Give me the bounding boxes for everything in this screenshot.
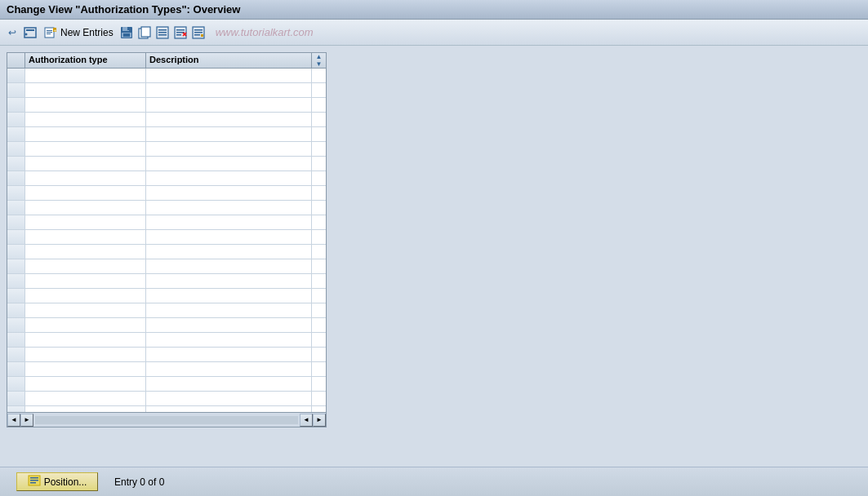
row-scroll-space (311, 186, 326, 200)
hscroll-far-right-icon[interactable]: ► (313, 414, 326, 427)
row-select-cell[interactable] (7, 318, 25, 332)
table-row[interactable] (7, 171, 326, 186)
row-select-cell[interactable] (7, 274, 25, 288)
position-button[interactable]: Position... (16, 472, 98, 491)
description-cell (146, 318, 311, 332)
table-row[interactable] (7, 333, 326, 348)
move-icon[interactable] (155, 26, 170, 39)
new-entries-label: New Entries (60, 27, 114, 38)
svg-rect-11 (127, 27, 129, 30)
table-row[interactable] (7, 215, 326, 230)
row-select-cell[interactable] (7, 289, 25, 303)
header-scroll-btns: ▲ ▼ (311, 53, 326, 68)
undo-icon[interactable]: ↩ (5, 26, 20, 39)
svg-rect-19 (158, 34, 167, 36)
table-row[interactable] (7, 142, 326, 157)
row-select-cell[interactable] (7, 157, 25, 170)
auth-type-cell (25, 362, 146, 376)
table-row[interactable] (7, 377, 326, 392)
delete-icon[interactable] (173, 26, 188, 39)
hscroll-right-icon[interactable]: ► (20, 414, 33, 427)
row-select-cell[interactable] (7, 406, 25, 412)
auth-type-cell (25, 274, 146, 288)
table-row[interactable] (7, 348, 326, 362)
config-icon[interactable] (23, 26, 38, 39)
table-row[interactable] (7, 157, 326, 171)
svg-text:+: + (54, 28, 56, 33)
row-select-cell[interactable] (7, 392, 25, 405)
row-select-cell[interactable] (7, 362, 25, 376)
row-select-cell[interactable] (7, 171, 25, 185)
table-row[interactable] (7, 362, 326, 377)
table-row[interactable] (7, 406, 326, 412)
row-scroll-space (311, 157, 326, 170)
row-scroll-space (311, 83, 326, 97)
row-select-cell[interactable] (7, 201, 25, 215)
row-select-cell[interactable] (7, 142, 25, 156)
table-body (7, 69, 326, 412)
row-select-cell[interactable] (7, 215, 25, 229)
row-select-cell[interactable] (7, 113, 25, 126)
auth-type-cell (25, 303, 146, 317)
svg-rect-34 (30, 482, 36, 484)
table-row[interactable] (7, 274, 326, 289)
svg-point-2 (25, 33, 28, 35)
scroll-up-icon[interactable]: ▲ (316, 53, 323, 60)
row-select-cell[interactable] (7, 230, 25, 244)
row-select-cell[interactable] (7, 333, 25, 347)
row-select-cell[interactable] (7, 348, 25, 361)
hscroll-left-icon[interactable]: ◄ (7, 414, 20, 427)
svg-rect-15 (141, 27, 150, 37)
description-header: Description (146, 53, 311, 68)
row-select-cell[interactable] (7, 377, 25, 391)
auth-type-cell (25, 392, 146, 405)
row-scroll-space (311, 230, 326, 244)
description-cell (146, 113, 311, 126)
detail-icon[interactable] (191, 26, 206, 39)
table-row[interactable] (7, 392, 326, 406)
table-row[interactable] (7, 98, 326, 113)
save-icon[interactable] (119, 26, 134, 39)
row-select-cell[interactable] (7, 83, 25, 97)
row-select-cell[interactable] (7, 259, 25, 273)
hscroll-track[interactable] (35, 416, 298, 424)
auth-type-cell (25, 348, 146, 361)
horizontal-scrollbar[interactable]: ◄ ► ◄ ► (7, 412, 326, 427)
auth-type-cell (25, 171, 146, 185)
copy-icon[interactable] (137, 26, 152, 39)
table-row[interactable] (7, 127, 326, 142)
row-select-cell[interactable] (7, 245, 25, 259)
table-row[interactable] (7, 245, 326, 259)
table-row[interactable] (7, 83, 326, 98)
table-row[interactable] (7, 303, 326, 318)
table-row[interactable] (7, 186, 326, 201)
auth-type-cell (25, 245, 146, 259)
row-select-cell[interactable] (7, 69, 25, 82)
row-select-cell[interactable] (7, 127, 25, 141)
row-scroll-space (311, 127, 326, 141)
scroll-down-icon[interactable]: ▼ (316, 60, 323, 68)
table-row[interactable] (7, 259, 326, 274)
row-scroll-space (311, 245, 326, 259)
description-cell (146, 259, 311, 273)
title-bar: Change View "Authorization Types": Overv… (0, 0, 868, 20)
description-cell (146, 215, 311, 229)
row-select-cell[interactable] (7, 186, 25, 200)
table-row[interactable] (7, 318, 326, 333)
position-button-label: Position... (44, 476, 87, 488)
hscroll-far-left-icon[interactable]: ◄ (300, 414, 313, 427)
row-select-cell[interactable] (7, 98, 25, 112)
svg-rect-29 (194, 34, 200, 36)
table-row[interactable] (7, 289, 326, 303)
auth-type-cell (25, 69, 146, 82)
description-cell (146, 348, 311, 361)
table-row[interactable] (7, 113, 326, 127)
table-row[interactable] (7, 230, 326, 245)
table-row[interactable] (7, 201, 326, 215)
new-entries-button[interactable]: + New Entries (41, 25, 116, 40)
auth-type-header: Authorization type (25, 53, 146, 68)
entry-info: Entry 0 of 0 (114, 476, 164, 488)
toolbar: ↩ + New Entries (0, 20, 868, 46)
table-row[interactable] (7, 69, 326, 83)
row-select-cell[interactable] (7, 303, 25, 317)
